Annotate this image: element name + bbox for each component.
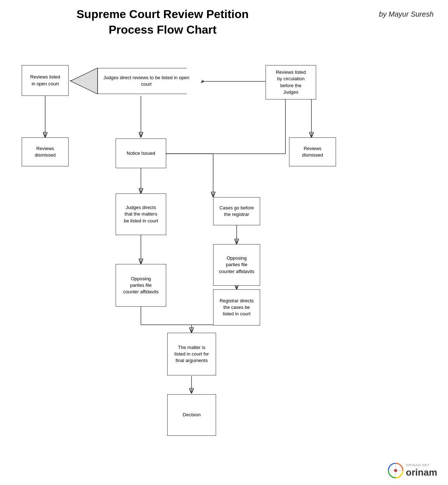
judges-directs-listed-box: Judges directs that the matters be liste…: [116, 193, 166, 235]
notice-issued-box: Notice Issued: [116, 139, 166, 168]
logo-icon: [388, 463, 404, 478]
matter-listed-box: The matter is listed in court for final …: [167, 333, 216, 375]
logo-text: ORINAM.NET orinam: [406, 463, 437, 478]
svg-marker-21: [70, 68, 98, 94]
reviews-circulation-box: Reviews listed by circulation before the…: [266, 65, 316, 99]
reviews-dismissed-right-box: Reviews dismissed: [289, 137, 336, 166]
reviews-dismissed-left-box: Reviews dismissed: [22, 137, 69, 166]
opposing-parties-right-box: Opposing parties file counter affidavits: [213, 244, 260, 286]
judges-direct-shape: Judges direct reviews to be listed in op…: [98, 68, 202, 94]
decision-box: Decision: [167, 394, 216, 436]
judges-direct-arrow-overlay: [70, 68, 98, 94]
opposing-parties-left-box: Opposing parties file counter affidavits: [116, 264, 166, 307]
registrar-directs-box: Registrar directs the cases be listed in…: [213, 289, 260, 326]
logo-site: ORINAM.NET: [406, 463, 437, 467]
logo: ORINAM.NET orinam: [388, 463, 437, 478]
logo-name: orinam: [406, 467, 437, 478]
reviews-open-court-box: Reviews listed in open court: [22, 65, 69, 96]
cases-registrar-box: Cases go before the registrar: [213, 197, 260, 225]
author-text: by Mayur Suresh: [379, 10, 434, 18]
flowchart: Reviews listed in open court Judges dire…: [0, 33, 448, 485]
